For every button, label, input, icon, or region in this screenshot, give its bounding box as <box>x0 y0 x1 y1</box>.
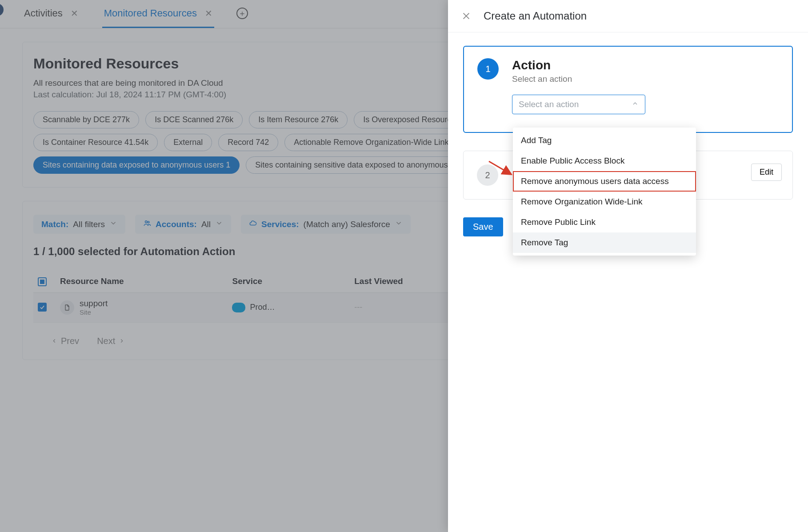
step-badge-1: 1 <box>477 58 499 80</box>
create-automation-panel: Create an Automation 1 Action Select an … <box>448 0 808 532</box>
panel-body: 1 Action Select an action Select an acti… <box>448 32 808 250</box>
dropdown-item[interactable]: Remove anonymous users data access <box>513 171 696 192</box>
step-badge-2: 2 <box>477 164 498 186</box>
step-1-subtitle: Select an action <box>512 74 572 84</box>
action-dropdown: Add TagEnable Public Access BlockRemove … <box>513 128 696 256</box>
dropdown-item[interactable]: Add Tag <box>513 130 696 151</box>
edit-button[interactable]: Edit <box>751 164 782 181</box>
panel-title: Create an Automation <box>484 10 587 22</box>
dropdown-item[interactable]: Remove Organization Wide-Link <box>513 192 696 212</box>
dropdown-item[interactable]: Remove Public Link <box>513 212 696 232</box>
action-select-placeholder: Select an action <box>519 100 579 109</box>
step-1-card: 1 Action Select an action Select an acti… <box>463 46 793 133</box>
action-select[interactable]: Select an action <box>512 95 645 114</box>
chevron-up-icon <box>632 100 639 109</box>
save-button[interactable]: Save <box>463 217 503 236</box>
dropdown-item[interactable]: Enable Public Access Block <box>513 151 696 171</box>
dropdown-item[interactable]: Remove Tag <box>513 232 696 253</box>
panel-header: Create an Automation <box>448 0 808 32</box>
step-1-title: Action <box>512 58 572 72</box>
close-icon[interactable] <box>461 11 471 21</box>
